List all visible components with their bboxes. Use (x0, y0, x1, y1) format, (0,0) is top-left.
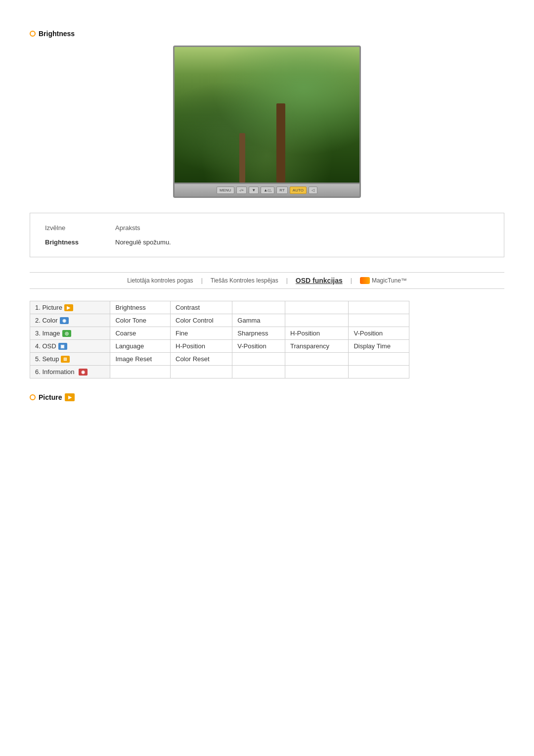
menu-item-information[interactable]: 6. Information ◉ (30, 366, 110, 378)
info-row-brightness: Brightness Noregulē spožumu. (41, 236, 493, 248)
submenu-empty-5c (349, 353, 409, 366)
submenu-display-time[interactable]: Display Time (349, 340, 409, 353)
osd-row-setup: 5. Setup ⊞ Image Reset Color Reset (30, 353, 409, 366)
submenu-gamma[interactable]: Gamma (232, 314, 285, 327)
osd-label-osd: 4. OSD (35, 342, 56, 350)
nav-sep-1: | (201, 277, 203, 284)
col-izvēlne-header: Izvēlne (41, 222, 110, 236)
plus-minus-button[interactable]: -/+ (236, 187, 247, 194)
submenu-sharpness[interactable]: Sharpness (232, 327, 285, 340)
color-icon-badge: ◉ (60, 317, 69, 324)
osd-icon-badge: ▣ (58, 343, 67, 350)
up-button[interactable]: ▲/△ (261, 187, 274, 194)
down-button[interactable]: ▼ (249, 187, 259, 194)
nav-magictune: MagicTune™ (360, 277, 407, 284)
setup-icon-badge: ⊞ (61, 356, 70, 363)
image-icon-badge: ◎ (62, 330, 71, 337)
nav-sep-3: | (351, 277, 352, 284)
info-table-container: Izvēlne Apraksts Brightness Noregulē spo… (30, 213, 504, 257)
submenu-h-position-osd[interactable]: H-Position (171, 340, 232, 353)
monitor-container: MENU -/+ ▼ ▲/△ RT AUTO ◁ (30, 46, 504, 198)
submenu-contrast[interactable]: Contrast (171, 301, 232, 314)
submenu-v-position-image[interactable]: V-Position (349, 327, 409, 340)
picture-title-badge: ▶ (65, 393, 75, 401)
menu-item-setup[interactable]: 5. Setup ⊞ (30, 353, 110, 366)
osd-label-image: 3. Image (35, 330, 60, 337)
nav-link-lietotaja[interactable]: Lietotāja kontroles pogas (127, 277, 193, 284)
submenu-empty-6d (285, 366, 349, 378)
submenu-transparency[interactable]: Transparency (285, 340, 349, 353)
picture-heading: Picture ▶ (30, 393, 504, 401)
nav-link-magictune[interactable]: MagicTune™ (372, 277, 407, 284)
submenu-v-position-osd[interactable]: V-Position (232, 340, 285, 353)
submenu-empty-6c (232, 366, 285, 378)
menu-item-image[interactable]: 3. Image ◎ (30, 327, 110, 340)
picture-title: Picture (39, 393, 62, 401)
osd-table: 1. Picture ▶ Brightness Contrast 2. Colo… (30, 301, 409, 378)
submenu-empty-1a (232, 301, 285, 314)
menu-button[interactable]: MENU (217, 187, 234, 194)
monitor-bezel: MENU -/+ ▼ ▲/△ RT AUTO ◁ (173, 184, 361, 198)
auto-button[interactable]: AUTO (290, 187, 307, 194)
menu-item-color[interactable]: 2. Color ◉ (30, 314, 110, 327)
monitor-display (175, 47, 359, 183)
information-icon-badge: ◉ (79, 369, 88, 376)
col-apraksts-header: Apraksts (111, 222, 493, 236)
radio-icon (30, 31, 36, 37)
submenu-empty-5b (285, 353, 349, 366)
osd-label-information: 6. Information (35, 368, 75, 376)
osd-label-setup: 5. Setup (35, 355, 59, 363)
info-table: Izvēlne Apraksts Brightness Noregulē spo… (40, 221, 494, 249)
submenu-color-control[interactable]: Color Control (171, 314, 232, 327)
osd-row-image: 3. Image ◎ Coarse Fine Sharpness H-Posit… (30, 327, 409, 340)
submenu-fine[interactable]: Fine (171, 327, 232, 340)
osd-label-picture: 1. Picture (35, 304, 62, 311)
menu-item-osd[interactable]: 4. OSD ▣ (30, 340, 110, 353)
osd-label-color: 2. Color (35, 317, 58, 324)
info-brightness-label: Brightness (41, 236, 110, 248)
submenu-coarse[interactable]: Coarse (110, 327, 171, 340)
osd-row-color: 2. Color ◉ Color Tone Color Control Gamm… (30, 314, 409, 327)
submenu-empty-2a (285, 314, 349, 327)
submenu-image-reset[interactable]: Image Reset (110, 353, 171, 366)
nav-link-tieshas[interactable]: Tiešās Kontroles Iespējas (211, 277, 278, 284)
back-button[interactable]: ◁ (309, 187, 317, 194)
nav-links-bar: Lietotāja kontroles pogas | Tiešās Kontr… (30, 272, 504, 289)
submenu-empty-1b (285, 301, 349, 314)
submenu-h-position-image[interactable]: H-Position (285, 327, 349, 340)
submenu-empty-5a (232, 353, 285, 366)
submenu-color-tone[interactable]: Color Tone (110, 314, 171, 327)
magictune-icon (360, 277, 370, 284)
menu-item-picture[interactable]: 1. Picture ▶ (30, 301, 110, 314)
submenu-empty-2b (349, 314, 409, 327)
nav-sep-2: | (286, 277, 288, 284)
monitor-screen (173, 46, 361, 184)
brightness-title: Brightness (39, 30, 75, 38)
picture-radio-icon (30, 394, 36, 400)
submenu-empty-6a (110, 366, 171, 378)
submenu-empty-6b (171, 366, 232, 378)
submenu-language[interactable]: Language (110, 340, 171, 353)
submenu-brightness[interactable]: Brightness (110, 301, 171, 314)
osd-row-picture: 1. Picture ▶ Brightness Contrast (30, 301, 409, 314)
picture-icon-badge: ▶ (64, 304, 73, 311)
nav-link-osd[interactable]: OSD funkcijas (296, 277, 343, 284)
submenu-empty-1c (349, 301, 409, 314)
info-brightness-desc: Noregulē spožumu. (111, 236, 493, 248)
osd-row-osd: 4. OSD ▣ Language H-Position V-Position … (30, 340, 409, 353)
rt-button[interactable]: RT (276, 187, 288, 194)
submenu-color-reset[interactable]: Color Reset (171, 353, 232, 366)
osd-row-information: 6. Information ◉ (30, 366, 409, 378)
submenu-empty-6e (349, 366, 409, 378)
brightness-heading: Brightness (30, 30, 504, 38)
